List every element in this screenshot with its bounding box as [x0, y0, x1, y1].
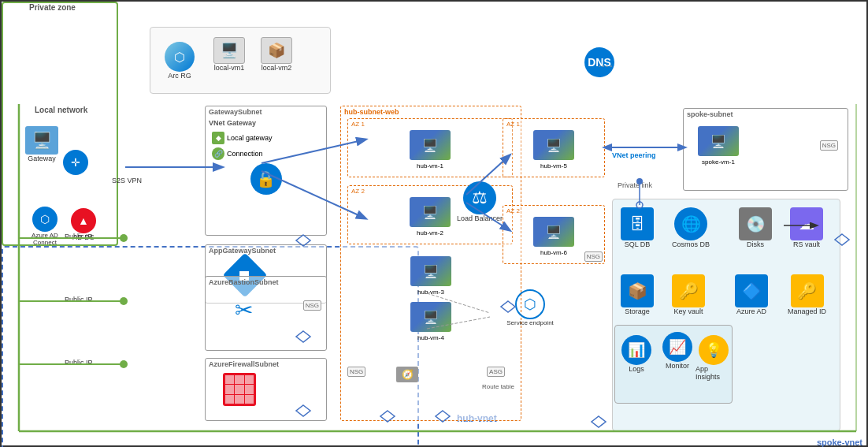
azure-firewall-subnet: AzureFirewallSubnet	[205, 358, 327, 421]
spoke-vm1-icon: 🖥️ spoke-vm-1	[698, 126, 739, 166]
local-vm2-icon: 📦 local-vm2	[261, 37, 292, 72]
cosmos-db-label: Cosmos DB	[672, 240, 710, 248]
arc-rg-label: Arc RG	[168, 72, 191, 80]
hub-vm3-label: hub-vm-3	[417, 289, 444, 296]
spoke-nsg-tag: NSG	[820, 140, 838, 151]
arc-rg-panel: ⬡ Arc RG 🖥️ local-vm1 📦 local-vm2	[150, 27, 331, 94]
key-vault-label: Key vault	[673, 307, 703, 315]
s2s-vpn-label: S2S VPN	[112, 177, 142, 184]
monitor-label: Monitor	[666, 362, 689, 370]
spoke-vnet-label: spoke-vnet	[817, 438, 862, 447]
azure-firewall-subnet-label: AzureFirewallSubnet	[209, 360, 279, 368]
az2-right-box: AZ 2 🖥️ hub-vm-6 NSG	[503, 205, 605, 264]
app-gateway-subnet-label: AppGatewaySubnet	[209, 247, 276, 255]
azure-ad-label: Azure AD	[736, 307, 766, 315]
spoke-vm1-label: spoke-vm-1	[702, 158, 735, 166]
az1-right-label: AZ 1	[506, 121, 520, 128]
hub-vm1-icon: 🖥️ hub-vm-1	[410, 130, 451, 169]
firewall-icon	[223, 373, 256, 406]
app-insights-label: App Insights	[696, 365, 732, 381]
sql-db-icon: 🗄 SQL DB	[621, 207, 654, 248]
rs-vault-icon: ☁ RS vault	[790, 207, 823, 248]
hub-vm6-icon: 🖥️ hub-vm-6	[533, 217, 574, 256]
az2-right-label: AZ 2	[506, 207, 520, 214]
load-balancer-icon: ⚖ Load Balancer	[457, 181, 503, 222]
rs-vault-label: RS vault	[793, 240, 820, 248]
load-balancer-label: Load Balancer	[457, 214, 503, 222]
hub-subnet-web: hub-subnet-web AZ 1 🖥️ hub-vm-1 AZ 2 🖥️ …	[340, 106, 521, 421]
managed-id-label: Managed ID	[788, 307, 826, 315]
disks-label: Disks	[747, 240, 764, 248]
bastion-icon: ✂	[228, 294, 259, 326]
sql-db-label: SQL DB	[625, 240, 651, 248]
local-gateway-row: ◆ Local gateway	[212, 132, 273, 144]
az1-label: AZ 1	[351, 121, 365, 128]
diagram-container: ⬡ Arc RG 🖥️ local-vm1 📦 local-vm2 Local …	[0, 0, 868, 447]
local-gateway-label: Local gateway	[227, 134, 273, 142]
azure-bastion-subnet: AzureBastionSubnet ✂ NSG	[205, 276, 327, 351]
hub-subnet-asg-tag: ASG	[487, 367, 505, 377]
svg-marker-23	[592, 416, 606, 427]
service-endpoint-label: Service endpoint	[503, 319, 558, 326]
hub-vm4-label: hub-vm-4	[417, 334, 444, 341]
vpn-gateway-icon: 🔒	[250, 163, 282, 195]
gateway-subnet-label: GatewaySubnet	[209, 108, 262, 116]
managed-id-icon: 🔑 Managed ID	[788, 274, 826, 315]
hub-vm5-icon: 🖥️ hub-vm-5	[533, 130, 574, 169]
local-vm2-label: local-vm2	[262, 64, 292, 72]
local-network-label: Local network	[35, 106, 87, 114]
network-cross-icon: ✛	[63, 150, 88, 175]
cosmos-db-icon: 🌐 Cosmos DB	[672, 207, 710, 248]
local-vm1-label: local-vm1	[214, 64, 245, 72]
key-vault-icon: 🔑 Key vault	[672, 274, 705, 315]
hub-subnet-nsg-tag: NSG	[347, 367, 365, 377]
storage-label: Storage	[625, 307, 650, 315]
az2-label: AZ 2	[351, 188, 365, 195]
hub-vm5-label: hub-vm-5	[540, 162, 567, 169]
logs-icon: 📊 Logs	[621, 335, 651, 373]
hub-vm4-icon: 🖥️ hub-vm-4	[410, 302, 451, 341]
vnet-peering-label: VNet peering	[612, 151, 656, 159]
connection-row: 🔗 Connection	[212, 147, 263, 160]
vnet-gateway-label: VNet Gateway	[209, 119, 256, 127]
azure-ad-connect-icon: ⬡ Azure AD Connect	[25, 207, 65, 246]
app-insights-icon: 💡 App Insights	[696, 335, 732, 381]
svg-point-5	[120, 234, 128, 242]
local-vm1-icon: 🖥️ local-vm1	[213, 37, 245, 72]
vm6-nsg-tag: NSG	[584, 251, 603, 262]
private-link-label: Private link	[618, 181, 652, 189]
logs-label: Logs	[629, 365, 644, 373]
route-table-label: Route table	[482, 383, 514, 390]
az1-box: AZ 1 🖥️ hub-vm-1	[347, 118, 513, 177]
service-endpoint-icon: ⬡ Service endpoint	[503, 289, 558, 326]
public-ip-label-3: Public IP	[65, 359, 93, 367]
storage-icon: 📦 Storage	[621, 274, 654, 315]
hub-vm6-label: hub-vm-6	[540, 249, 567, 256]
azure-bastion-subnet-label: AzureBastionSubnet	[209, 278, 279, 286]
hub-vm3-icon: 🖥️ hub-vm-3	[410, 256, 451, 296]
connection-label: Connection	[227, 150, 263, 158]
public-ip-label-2: Public IP	[65, 296, 93, 304]
hub-vm1-label: hub-vm-1	[417, 162, 443, 169]
monitor-icon: 📈 Monitor	[662, 332, 692, 370]
hub-subnet-web-label: hub-subnet-web	[344, 108, 399, 116]
hub-vm2-label: hub-vm-2	[417, 229, 443, 237]
monitor-panel: 📊 Logs 📈 Monitor 💡 App Insights	[614, 325, 733, 404]
azure-ad-icon: 🔷 Azure AD	[735, 274, 768, 315]
azure-ad-connect-label: Azure AD Connect	[25, 232, 65, 246]
private-zone-label: Private zone	[29, 3, 76, 12]
public-ip-label-1: Public IP	[65, 233, 93, 240]
spoke-subnet-label: spoke-subnet	[687, 110, 733, 118]
arc-rg-icon: ⬡ Arc RG	[165, 42, 195, 80]
spoke-subnet: spoke-subnet 🖥️ spoke-vm-1 NSG	[683, 108, 848, 191]
az1-right-box: AZ 1 🖥️ hub-vm-5	[503, 118, 605, 177]
dns-icon: DNS	[584, 47, 614, 77]
disks-icon: 💿 Disks	[739, 207, 772, 248]
gateway-label: Gateway	[28, 155, 56, 162]
route-table-icon: 🧭	[396, 367, 418, 382]
hub-vm2-icon: 🖥️ hub-vm-2	[410, 197, 451, 237]
gateway-subnet: GatewaySubnet VNet Gateway ◆ Local gatew…	[205, 106, 327, 236]
gateway-icon: 🖥️ Gateway	[25, 126, 58, 162]
bastion-nsg-tag: NSG	[303, 300, 321, 311]
